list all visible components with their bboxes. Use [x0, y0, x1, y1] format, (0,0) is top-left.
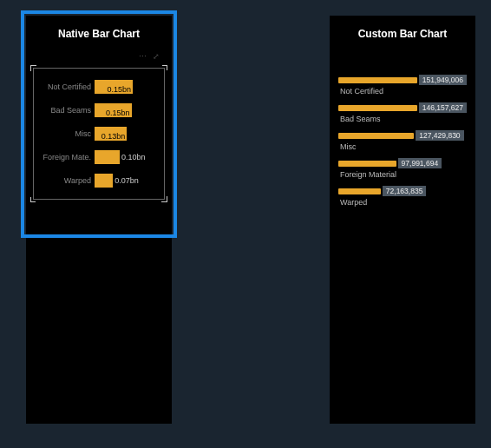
native-bar [95, 150, 120, 164]
custom-bar [338, 188, 381, 194]
native-row: Misc 0.13bn [37, 123, 160, 144]
native-value: 0.10bn [121, 153, 146, 161]
custom-chart-panel[interactable]: Custom Bar Chart 151,949,006 Not Certifi… [330, 16, 475, 424]
native-bar: 0.13bn [95, 127, 127, 141]
custom-value: 146,157,627 [419, 102, 467, 113]
native-chart-panel[interactable]: Native Bar Chart ⋯ ⤢ Not Certified 0.15b… [26, 16, 172, 424]
native-chart-area: ⋯ ⤢ Not Certified 0.15bn Bad Seams 0.15b… [26, 49, 172, 203]
custom-value: 151,949,006 [419, 75, 467, 85]
custom-bar [338, 133, 414, 139]
native-row: Bad Seams 0.15bn [37, 100, 160, 121]
custom-row-label: Not Certified [338, 87, 467, 96]
native-toolbar[interactable]: ⋯ ⤢ [31, 52, 167, 68]
custom-value: 127,429,830 [416, 130, 463, 141]
custom-value: 97,991,694 [398, 158, 442, 168]
custom-row: 72,163,835 Warped [338, 186, 467, 207]
custom-row-label: Misc [338, 142, 467, 151]
native-row-label: Not Certified [37, 82, 95, 91]
native-value: 0.07bn [115, 176, 139, 185]
custom-chart-title: Custom Bar Chart [330, 16, 475, 49]
native-row-label: Foreign Mate. [37, 153, 95, 161]
custom-bar [338, 105, 417, 111]
native-row-label: Misc [37, 129, 95, 138]
native-bar: 0.15bn [95, 80, 133, 94]
custom-row: 146,157,627 Bad Seams [338, 102, 467, 123]
custom-row-label: Bad Seams [338, 115, 467, 123]
custom-bar [338, 161, 396, 167]
custom-value: 72,163,835 [383, 186, 427, 196]
native-row-label: Bad Seams [37, 106, 95, 115]
native-value: 0.13bn [101, 132, 126, 141]
custom-bar [338, 77, 417, 83]
custom-row: 97,991,694 Foreign Material [338, 158, 467, 179]
custom-row: 151,949,006 Not Certified [338, 75, 467, 96]
custom-row-label: Warped [338, 198, 467, 207]
native-row: Warped 0.07bn [37, 170, 160, 191]
custom-row-label: Foreign Material [338, 170, 467, 179]
native-row-label: Warped [37, 176, 95, 185]
custom-chart-area: 151,949,006 Not Certified 146,157,627 Ba… [330, 49, 475, 217]
custom-row: 127,429,830 Misc [338, 130, 467, 151]
native-value: 0.15bn [106, 109, 130, 117]
native-value: 0.15bn [108, 85, 132, 94]
native-row: Foreign Mate. 0.10bn [37, 147, 160, 168]
native-row: Not Certified 0.15bn [37, 76, 160, 97]
native-plot: Not Certified 0.15bn Bad Seams 0.15bn Mi… [33, 68, 165, 200]
native-chart-title: Native Bar Chart [26, 16, 172, 49]
native-bar [95, 174, 113, 188]
native-bar: 0.15bn [95, 103, 132, 117]
